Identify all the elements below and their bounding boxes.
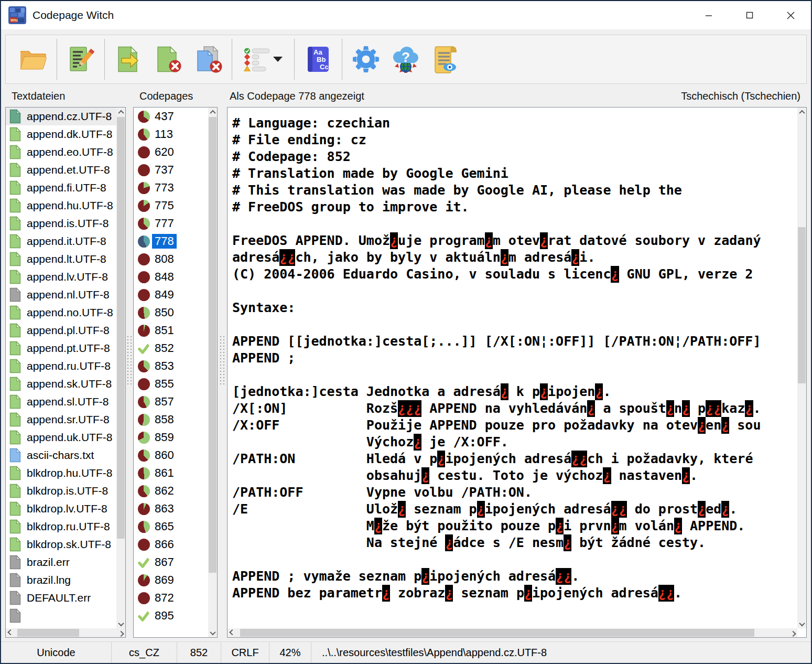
codepage-list-item[interactable]: 858 [134,411,208,429]
codepage-list-item[interactable]: 851 [134,322,208,339]
codepage-list-item[interactable]: 777 [134,215,208,232]
file-list-item[interactable]: append.sk.UTF-8 [6,375,116,393]
file-list-item[interactable]: append.hu.UTF-8 [6,197,116,215]
file-list-item[interactable]: blkdrop.is.UTF-8 [6,482,116,500]
file-list-item[interactable]: append.nl.UTF-8 [6,286,116,304]
open-folder-button[interactable] [13,38,53,81]
codepage-list-item[interactable]: 855 [134,375,208,393]
file-list-hscrollbar[interactable] [6,628,125,637]
main-area: Textdateien append.cz.UTF-8append.dk.UTF… [1,85,811,638]
maximize-button[interactable] [729,1,770,29]
codepage-list-item[interactable]: 866 [134,536,208,553]
codepage-list-item[interactable]: 865 [134,518,208,536]
file-list-item[interactable]: append.it.UTF-8 [6,232,116,250]
codepage-list-item[interactable]: 867 [134,553,208,571]
file-list-item[interactable]: append.lt.UTF-8 [6,250,116,268]
codepage-list-item[interactable]: 895 [134,607,208,625]
undisplayable-char: ¿ [556,518,564,534]
codepage-list-item[interactable]: 737 [134,161,208,179]
scroll-right-button[interactable] [788,628,797,637]
codepage-list-item[interactable]: 857 [134,393,208,411]
file-list-item[interactable]: append.cz.UTF-8 [6,108,116,125]
file-list-item[interactable]: blkdrop.hu.UTF-8 [6,464,116,482]
scroll-down-button[interactable] [797,619,806,628]
codepage-list-item[interactable]: 872 [134,589,208,607]
file-list-item[interactable]: append.sr.UTF-8 [6,411,116,429]
codepage-list-item[interactable]: 808 [134,250,208,268]
viewer-hscrollbar[interactable] [228,628,797,637]
file-list-item[interactable]: append.lv.UTF-8 [6,268,116,286]
codepage-list-item[interactable]: 853 [134,357,208,375]
codepage-list-item[interactable]: 852 [134,339,208,357]
undisplayable-char: ¿ [571,249,579,266]
log-view-button[interactable] [426,38,465,81]
file-list-item[interactable]: ascii-chars.txt [6,446,116,464]
file-list-item[interactable]: DEFAULT.err [6,589,116,607]
codepage-list-item[interactable]: 113 [134,125,208,143]
file-list-item[interactable]: append.uk.UTF-8 [6,429,116,446]
file-list-item[interactable]: blkdrop.sk.UTF-8 [6,536,116,553]
codepage-list-item[interactable]: 869 [134,571,208,589]
codepage-list-item[interactable]: 437 [134,108,208,125]
minimize-icon [705,12,712,19]
minimize-button[interactable] [688,1,729,29]
file-icon [9,198,21,213]
file-list-item[interactable]: append.pl.UTF-8 [6,322,116,339]
file-list-item[interactable]: append.ru.UTF-8 [6,357,116,375]
scroll-down-button[interactable] [116,619,125,628]
codepage-list-item[interactable]: 862 [134,482,208,500]
file-list-item[interactable]: blkdrop.lv.UTF-8 [6,500,116,518]
settings-button[interactable] [346,38,386,81]
scroll-left-button[interactable] [6,628,15,637]
codepage-list-item[interactable]: 848 [134,268,208,286]
close-button[interactable] [770,1,811,29]
codepage-list-item[interactable]: 863 [134,500,208,518]
file-list-item[interactable]: blkdrop.ru.UTF-8 [6,518,116,536]
scroll-thumb[interactable] [209,117,216,573]
codepage-list-item[interactable]: 775 [134,197,208,215]
file-list-item[interactable]: append.pt.UTF-8 [6,339,116,357]
file-list-item[interactable]: append.fi.UTF-8 [6,179,116,197]
viewer-vscrollbar[interactable] [797,108,806,628]
codepage-list-item[interactable]: 860 [134,446,208,464]
file-list-item[interactable]: brazil.lng [6,571,116,589]
codepage-list-item[interactable]: 773 [134,179,208,197]
online-help-button[interactable]: ? [386,38,426,81]
file-list-item[interactable] [6,607,116,625]
close-all-files-button[interactable] [188,38,228,81]
scroll-up-button[interactable] [116,108,125,116]
file-list-item[interactable]: append.no.UTF-8 [6,304,116,322]
codepage-list-item[interactable]: 850 [134,304,208,322]
scroll-thumb[interactable] [17,629,79,637]
scroll-up-button[interactable] [797,108,806,116]
codepage-list-item[interactable]: 778 [134,232,208,250]
scroll-thumb[interactable] [798,227,806,383]
viewer-text-area[interactable]: # Language: czechian# File ending: cz# C… [228,108,797,628]
file-list-item[interactable]: brazil.err [6,553,116,571]
match-pie-icon [138,432,150,444]
scroll-right-button[interactable] [116,628,125,637]
scroll-thumb[interactable] [117,117,125,539]
codepage-list-vscrollbar[interactable] [208,108,217,637]
export-file-button[interactable] [109,38,148,81]
codepage-list-item[interactable]: 620 [134,143,208,161]
check-results-button[interactable] [236,38,290,81]
scroll-down-button[interactable] [208,628,217,637]
file-list-vscrollbar[interactable] [116,108,125,628]
close-file-button[interactable] [148,38,188,81]
codepage-list-item[interactable]: 849 [134,286,208,304]
codepage-list-item[interactable]: 861 [134,464,208,482]
codepage-list-item[interactable]: 859 [134,429,208,446]
edit-file-button[interactable] [61,38,101,81]
scroll-up-button[interactable] [208,108,217,116]
panel-splitter[interactable] [126,85,133,638]
file-list-item[interactable]: append.dk.UTF-8 [6,125,116,143]
panel-splitter[interactable] [218,85,227,638]
file-list-item[interactable]: append.is.UTF-8 [6,215,116,232]
file-list-item[interactable]: append.eo.UTF-8 [6,143,116,161]
scroll-thumb[interactable] [240,629,754,637]
file-list-item[interactable]: append.et.UTF-8 [6,161,116,179]
file-list-item[interactable]: append.sl.UTF-8 [6,393,116,411]
codepage-book-button[interactable]: Aa Bb Cc [298,38,338,81]
scroll-left-button[interactable] [228,628,236,637]
